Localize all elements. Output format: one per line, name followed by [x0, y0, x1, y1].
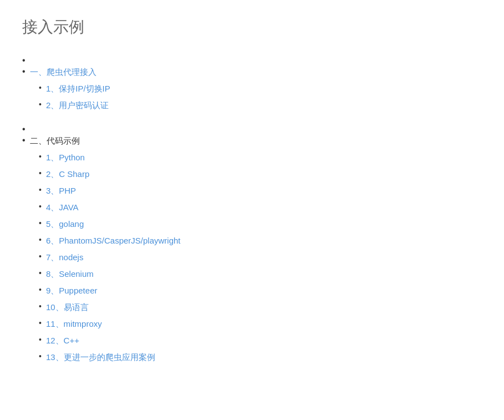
nav-label-2: 二、代码示例	[30, 134, 80, 148]
sub-nav-link-2-13[interactable]: 13、更进一步的爬虫应用案例	[46, 351, 155, 364]
main-nav-list: •一、爬虫代理接入1、保持IP/切换IP2、用户密码认证•二、代码示例1、Pyt…	[22, 54, 482, 371]
sub-nav-item-2-6: 6、PhantomJS/CasperJS/playwright	[39, 234, 181, 247]
sub-nav-item-2-2: 2、C Sharp	[39, 168, 181, 181]
sub-nav-item-2-13: 13、更进一步的爬虫应用案例	[39, 351, 181, 364]
sub-nav-link-2-7[interactable]: 7、nodejs	[46, 251, 84, 264]
sub-nav-link-2-8[interactable]: 8、Selenium	[46, 267, 94, 281]
sub-nav-list-2: 1、Python2、C Sharp3、PHP4、JAVA5、golang6、Ph…	[39, 151, 181, 367]
sub-nav-item-2-11: 11、mitmproxy	[39, 317, 181, 331]
nav-link-1[interactable]: 一、爬虫代理接入	[30, 65, 96, 79]
sub-nav-link-2-9[interactable]: 9、Puppeteer	[46, 284, 98, 297]
sub-nav-item-2-4: 4、JAVA	[39, 201, 181, 214]
nav-bullet-1: •	[22, 67, 26, 77]
sub-nav-item-2-10: 10、易语言	[39, 301, 181, 314]
sub-nav-link-2-2[interactable]: 2、C Sharp	[46, 168, 89, 181]
sub-nav-item-2-8: 8、Selenium	[39, 267, 181, 281]
page-title: 接入示例	[22, 17, 482, 38]
sub-nav-item-2-9: 9、Puppeteer	[39, 284, 181, 297]
sub-nav-item-2-5: 5、golang	[39, 217, 181, 231]
sub-nav-link-2-11[interactable]: 11、mitmproxy	[46, 317, 102, 331]
sub-nav-link-2-6[interactable]: 6、PhantomJS/CasperJS/playwright	[46, 234, 181, 247]
sub-nav-item-1-2: 2、用户密码认证	[39, 99, 110, 112]
sub-nav-item-1-1: 1、保持IP/切换IP	[39, 82, 110, 95]
sub-nav-item-2-3: 3、PHP	[39, 184, 181, 198]
nav-item-1: •一、爬虫代理接入1、保持IP/切换IP2、用户密码认证	[22, 54, 482, 119]
sub-nav-item-2-12: 12、C++	[39, 334, 181, 347]
sub-nav-link-2-5[interactable]: 5、golang	[46, 217, 84, 231]
sub-nav-link-2-3[interactable]: 3、PHP	[46, 184, 76, 198]
sub-nav-link-1-2[interactable]: 2、用户密码认证	[46, 99, 109, 112]
nav-bullet-2: •	[22, 135, 26, 145]
sub-nav-list-1: 1、保持IP/切换IP2、用户密码认证	[39, 82, 110, 115]
sub-nav-link-1-1[interactable]: 1、保持IP/切换IP	[46, 82, 110, 95]
sub-nav-item-2-7: 7、nodejs	[39, 251, 181, 264]
sub-nav-link-2-10[interactable]: 10、易语言	[46, 301, 89, 314]
sub-nav-link-2-4[interactable]: 4、JAVA	[46, 201, 79, 214]
sub-nav-link-2-12[interactable]: 12、C++	[46, 334, 79, 347]
sub-nav-link-2-1[interactable]: 1、Python	[46, 151, 85, 164]
nav-item-2: •二、代码示例1、Python2、C Sharp3、PHP4、JAVA5、gol…	[22, 123, 482, 371]
sub-nav-item-2-1: 1、Python	[39, 151, 181, 164]
